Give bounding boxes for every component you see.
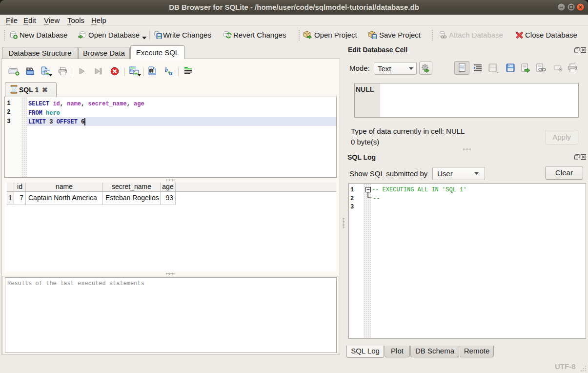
svg-text:b: b bbox=[165, 66, 168, 73]
svg-text:a: a bbox=[169, 69, 173, 76]
